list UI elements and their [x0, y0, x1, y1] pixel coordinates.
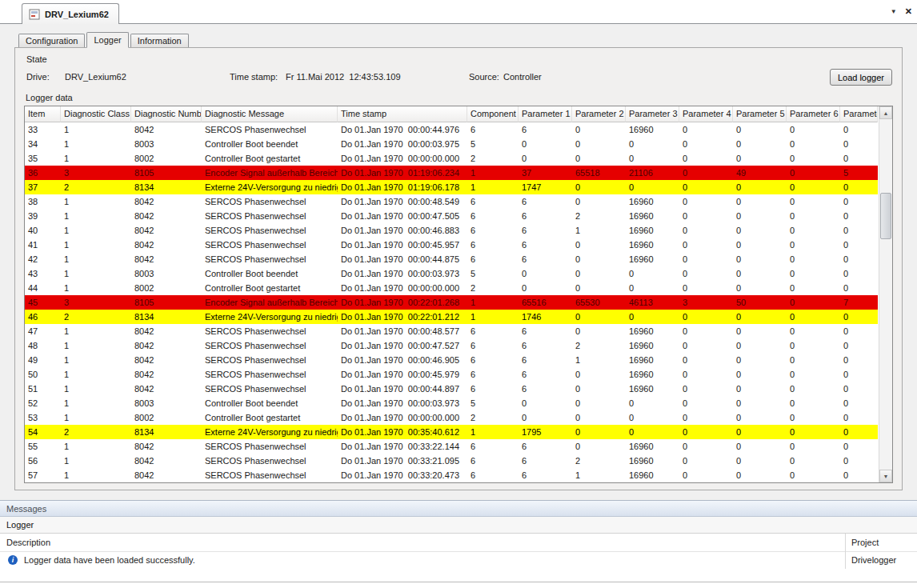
- column-header[interactable]: Parameter 3: [626, 106, 679, 122]
- column-header[interactable]: Diagnostic Class: [61, 106, 131, 122]
- scroll-up-icon[interactable]: ▲: [879, 106, 892, 119]
- cell: 0: [679, 468, 733, 482]
- cell: 6: [519, 122, 572, 137]
- logger-message-panel-header[interactable]: Logger: [0, 517, 917, 534]
- table-row[interactable]: 4628134Externe 24V-Versorgung zu niedrig…: [25, 310, 878, 324]
- table-row[interactable]: 3638105Encoder Signal außerhalb BereichD…: [25, 166, 878, 180]
- cell: 37: [25, 180, 61, 194]
- cell: 0: [840, 194, 878, 209]
- tab-list-dropdown-icon[interactable]: ▼: [891, 8, 897, 15]
- table-row[interactable]: 4918042SERCOS PhasenwechselDo 01.Jan 197…: [25, 353, 878, 367]
- cell: 0: [679, 281, 733, 295]
- cell: 0: [626, 425, 679, 439]
- table-row[interactable]: 5718042SERCOS PhasenwechselDo 01.Jan 197…: [25, 468, 878, 482]
- column-header[interactable]: Parameter 2: [572, 106, 626, 122]
- table-row[interactable]: 3918042SERCOS PhasenwechselDo 01.Jan 197…: [25, 209, 878, 223]
- column-header[interactable]: Parameter 1: [519, 106, 572, 122]
- cell: 8134: [131, 310, 202, 324]
- table-row[interactable]: 5618042SERCOS PhasenwechselDo 01.Jan 197…: [25, 454, 878, 468]
- tab-configuration[interactable]: Configuration: [18, 34, 85, 47]
- vertical-scrollbar[interactable]: ▲ ▼: [879, 106, 892, 482]
- cell: 45: [25, 295, 61, 310]
- logger-tab-content: Configuration Logger Information State D…: [0, 24, 917, 500]
- message-row[interactable]: i Logger data have been loaded successfu…: [0, 552, 917, 569]
- logger-panel-label: Logger: [6, 520, 34, 530]
- table-row[interactable]: 3728134Externe 24V-Versorgung zu niedrig…: [25, 180, 878, 194]
- message-text: Logger data have been loaded successfull…: [24, 552, 195, 568]
- table-row[interactable]: 4538105Encoder Signal außerhalb BereichD…: [25, 295, 878, 310]
- table-row[interactable]: 4718042SERCOS PhasenwechselDo 01.Jan 197…: [25, 324, 878, 338]
- cell: 2: [467, 151, 519, 166]
- cell: Do 01.Jan 1970 00:00:00.000: [338, 151, 467, 166]
- cell: 16960: [626, 238, 679, 252]
- column-header[interactable]: Parameter 4: [679, 106, 733, 122]
- cell: 3: [61, 166, 131, 180]
- cell: 8042: [131, 238, 202, 252]
- table-row[interactable]: 4018042SERCOS PhasenwechselDo 01.Jan 197…: [25, 223, 878, 238]
- cell: Do 01.Jan 1970 00:00:00.000: [338, 281, 467, 295]
- table-row[interactable]: 5018042SERCOS PhasenwechselDo 01.Jan 197…: [25, 367, 878, 382]
- table-row[interactable]: 4318003Controller Boot beendetDo 01.Jan …: [25, 266, 878, 281]
- table-row[interactable]: 4118042SERCOS PhasenwechselDo 01.Jan 197…: [25, 238, 878, 252]
- table-row[interactable]: 4818042SERCOS PhasenwechselDo 01.Jan 197…: [25, 338, 878, 353]
- cell: 0: [840, 238, 878, 252]
- cell: 33: [25, 122, 61, 137]
- column-header[interactable]: Parameter: [840, 106, 878, 122]
- cell: 57: [25, 468, 61, 482]
- cell: Do 01.Jan 1970 00:00:03.973: [338, 396, 467, 410]
- scrollbar-thumb[interactable]: [880, 193, 891, 239]
- messages-panel-header[interactable]: Messages: [0, 500, 917, 517]
- table-row[interactable]: 5518042SERCOS PhasenwechselDo 01.Jan 197…: [25, 439, 878, 454]
- table-row[interactable]: 3418003Controller Boot beendetDo 01.Jan …: [25, 137, 878, 151]
- tab-information[interactable]: Information: [130, 34, 189, 47]
- table-row[interactable]: 5318002Controller Boot gestartetDo 01.Ja…: [25, 410, 878, 425]
- project-column-header[interactable]: Project: [851, 534, 879, 551]
- table-row[interactable]: 3818042SERCOS PhasenwechselDo 01.Jan 197…: [25, 194, 878, 209]
- cell: 1: [61, 252, 131, 266]
- column-header[interactable]: Parameter 6: [787, 106, 840, 122]
- cell: SERCOS Phasenwechsel: [202, 338, 338, 353]
- cell: Do 01.Jan 1970 00:00:46.883: [338, 223, 467, 238]
- cell: 1: [61, 324, 131, 338]
- cell: 41: [25, 238, 61, 252]
- close-icon[interactable]: ✕: [905, 6, 912, 17]
- cell: 0: [787, 166, 840, 180]
- table-row[interactable]: 5428134Externe 24V-Versorgung zu niedrig…: [25, 425, 878, 439]
- cell: Encoder Signal außerhalb Bereich: [202, 166, 338, 180]
- cell: 38: [25, 194, 61, 209]
- cell: 0: [679, 223, 733, 238]
- column-header[interactable]: Diagnostic Number: [131, 106, 202, 122]
- description-column-header[interactable]: Description: [6, 534, 50, 551]
- table-row[interactable]: 3518002Controller Boot gestartetDo 01.Ja…: [25, 151, 878, 166]
- tab-logger[interactable]: Logger: [86, 32, 128, 48]
- cell: Do 01.Jan 1970 00:00:48.577: [338, 324, 467, 338]
- cell: 6: [467, 194, 519, 209]
- document-tab-drv-lexium62[interactable]: DRV_Lexium62: [22, 3, 119, 24]
- load-logger-button[interactable]: Load logger: [830, 69, 892, 86]
- cell: 1: [61, 266, 131, 281]
- cell: 0: [572, 137, 626, 151]
- table-row[interactable]: 3318042SERCOS PhasenwechselDo 01.Jan 197…: [25, 122, 878, 137]
- cell: 0: [679, 396, 733, 410]
- cell: 35: [25, 151, 61, 166]
- table-row[interactable]: 5118042SERCOS PhasenwechselDo 01.Jan 197…: [25, 382, 878, 396]
- table-row[interactable]: 5218003Controller Boot beendetDo 01.Jan …: [25, 396, 878, 410]
- table-row[interactable]: 4418002Controller Boot gestartetDo 01.Ja…: [25, 281, 878, 295]
- column-header[interactable]: Component: [467, 106, 519, 122]
- column-header[interactable]: Time stamp: [338, 106, 467, 122]
- cell: 0: [787, 151, 840, 166]
- cell: 6: [519, 367, 572, 382]
- column-header[interactable]: Item: [25, 106, 61, 122]
- cell: 1: [61, 382, 131, 396]
- cell: 5: [467, 396, 519, 410]
- source-label: Source:: [469, 72, 499, 82]
- cell: 0: [572, 439, 626, 454]
- table-row[interactable]: 4218042SERCOS PhasenwechselDo 01.Jan 197…: [25, 252, 878, 266]
- column-header[interactable]: Diagnostic Message: [202, 106, 338, 122]
- cell: 0: [572, 425, 626, 439]
- column-header[interactable]: Parameter 5: [733, 106, 787, 122]
- scroll-down-icon[interactable]: ▼: [879, 470, 892, 482]
- cell: Controller Boot beendet: [202, 137, 338, 151]
- cell: 16960: [626, 454, 679, 468]
- cell: 0: [679, 310, 733, 324]
